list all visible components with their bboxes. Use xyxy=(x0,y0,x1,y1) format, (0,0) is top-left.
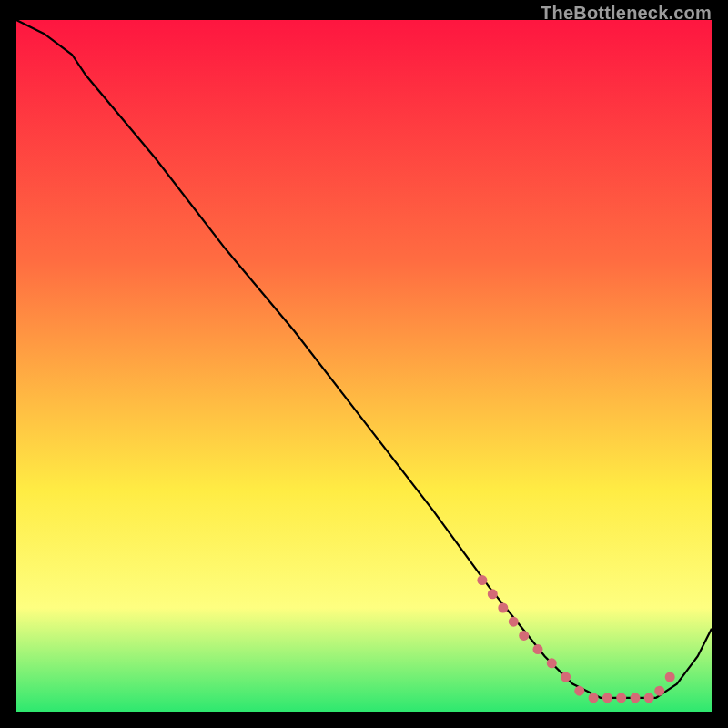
plot-area xyxy=(16,20,712,712)
marker-point xyxy=(665,672,675,682)
chart-stage: TheBottleneck.com xyxy=(0,0,728,728)
marker-point xyxy=(477,575,487,585)
plot-svg xyxy=(16,20,712,712)
watermark-text: TheBottleneck.com xyxy=(541,3,712,24)
marker-point xyxy=(509,617,519,627)
marker-point xyxy=(488,589,498,599)
marker-point xyxy=(519,631,529,641)
marker-point xyxy=(561,672,571,682)
marker-point xyxy=(644,693,654,703)
gradient-background xyxy=(16,20,712,712)
marker-point xyxy=(533,644,543,654)
marker-point xyxy=(654,686,664,696)
marker-point xyxy=(616,693,626,703)
marker-point xyxy=(547,658,557,668)
marker-point xyxy=(602,693,612,703)
marker-point xyxy=(498,603,508,613)
marker-point xyxy=(631,693,641,703)
marker-point xyxy=(589,693,599,703)
marker-point xyxy=(574,686,584,696)
